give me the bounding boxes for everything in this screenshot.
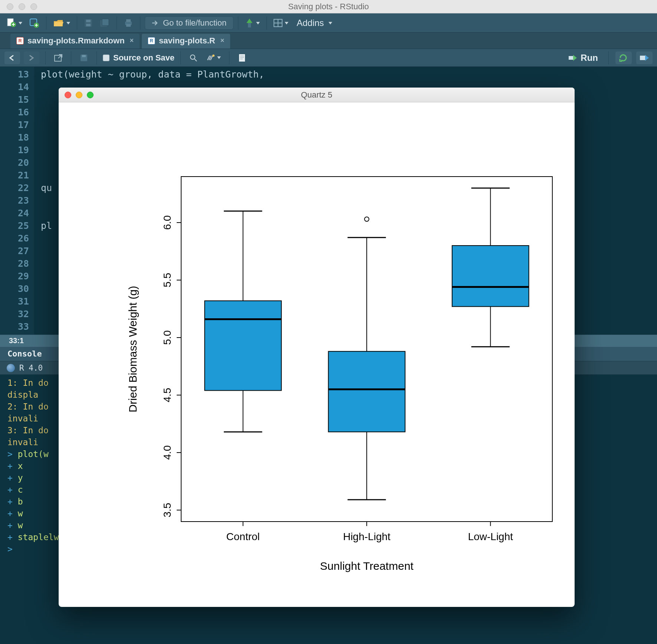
plot-area: 3.54.04.55.05.56.0Dried Biomass Weight (… bbox=[59, 102, 575, 607]
svg-rect-6 bbox=[86, 24, 91, 26]
svg-text:Sunlight Treatment: Sunlight Treatment bbox=[320, 560, 414, 572]
svg-rect-10 bbox=[126, 19, 131, 22]
source-on-save-toggle[interactable]: Source on Save bbox=[103, 53, 174, 63]
svg-text:5.0: 5.0 bbox=[161, 331, 173, 345]
svg-rect-27 bbox=[640, 56, 645, 60]
file-tab-label: saving-plots.R bbox=[159, 36, 215, 46]
svg-text:5.5: 5.5 bbox=[161, 273, 173, 288]
nav-forward-button[interactable] bbox=[24, 52, 39, 64]
boxplot-chart: 3.54.04.55.05.56.0Dried Biomass Weight (… bbox=[59, 102, 575, 607]
svg-text:Low-Light: Low-Light bbox=[468, 531, 513, 542]
chevron-down-icon bbox=[285, 22, 288, 24]
svg-rect-22 bbox=[239, 54, 245, 62]
file-type-icon: R bbox=[16, 37, 24, 45]
window-titlebar: Saving plots - RStudio bbox=[0, 0, 657, 13]
chevron-down-icon bbox=[19, 22, 22, 24]
svg-rect-18 bbox=[82, 55, 86, 57]
svg-text:Dried Biomass Weight (g): Dried Biomass Weight (g) bbox=[127, 286, 139, 412]
quartz-title: Quartz 5 bbox=[59, 90, 575, 100]
file-tab-label: saving-plots.Rmarkdown bbox=[27, 36, 125, 46]
file-tab-1[interactable]: R saving-plots.R × bbox=[142, 34, 230, 49]
svg-text:4.5: 4.5 bbox=[161, 388, 173, 402]
svg-text:6.0: 6.0 bbox=[161, 216, 173, 230]
chevron-down-icon bbox=[328, 22, 332, 24]
goto-arrow-icon bbox=[152, 20, 158, 26]
print-button[interactable] bbox=[121, 16, 135, 30]
svg-text:3.5: 3.5 bbox=[161, 503, 173, 518]
svg-rect-26 bbox=[569, 56, 573, 60]
svg-point-61 bbox=[365, 217, 369, 221]
close-tab-icon[interactable]: × bbox=[130, 37, 134, 45]
svg-rect-5 bbox=[86, 20, 91, 22]
svg-rect-12 bbox=[248, 23, 251, 27]
panes-button[interactable] bbox=[271, 16, 291, 30]
window-title: Saving plots - RStudio bbox=[0, 2, 657, 12]
run-button[interactable]: Run bbox=[565, 53, 602, 63]
r-version-label: R 4.0 bbox=[19, 362, 43, 374]
rerun-button[interactable] bbox=[615, 52, 632, 64]
source-on-save-label: Source on Save bbox=[113, 53, 174, 63]
addins-menu[interactable]: Addins bbox=[293, 18, 336, 28]
file-tab-0[interactable]: R saving-plots.Rmarkdown × bbox=[10, 34, 140, 49]
source-button[interactable] bbox=[636, 52, 653, 64]
run-arrow-icon bbox=[569, 54, 577, 62]
svg-text:4.0: 4.0 bbox=[161, 446, 173, 460]
close-tab-icon[interactable]: × bbox=[220, 37, 225, 45]
new-file-button[interactable] bbox=[4, 16, 24, 30]
compile-report-button[interactable] bbox=[235, 51, 249, 65]
minimize-window-button[interactable] bbox=[19, 3, 25, 10]
show-in-new-window-button[interactable] bbox=[52, 51, 65, 65]
quartz-titlebar: Quartz 5 bbox=[59, 88, 575, 102]
svg-rect-66 bbox=[452, 246, 529, 306]
run-label: Run bbox=[581, 53, 598, 63]
svg-text:High-Light: High-Light bbox=[343, 531, 390, 542]
svg-point-19 bbox=[190, 55, 195, 59]
svg-rect-53 bbox=[205, 301, 281, 391]
editor-toolbar: Source on Save Run bbox=[0, 49, 657, 67]
line-gutter: 1314151617181920212223242526272829303132… bbox=[0, 67, 34, 335]
zoom-window-button[interactable] bbox=[30, 3, 37, 10]
window-controls bbox=[7, 3, 37, 10]
file-tabs: R saving-plots.Rmarkdown ×R saving-plots… bbox=[0, 33, 657, 49]
code-tools-button[interactable] bbox=[204, 51, 223, 65]
svg-point-21 bbox=[212, 55, 215, 57]
addins-label: Addins bbox=[297, 18, 324, 28]
main-toolbar: Go to file/function Addins bbox=[0, 13, 657, 33]
save-button[interactable] bbox=[82, 16, 95, 30]
close-window-button[interactable] bbox=[7, 3, 13, 10]
find-button[interactable] bbox=[187, 51, 200, 65]
quartz-window[interactable]: Quartz 5 3.54.04.55.05.56.0Dried Biomass… bbox=[59, 88, 575, 607]
svg-line-20 bbox=[195, 59, 197, 61]
svg-rect-11 bbox=[126, 24, 131, 27]
file-type-icon: R bbox=[148, 37, 155, 45]
save-all-button[interactable] bbox=[97, 16, 112, 30]
svg-text:Control: Control bbox=[226, 531, 260, 542]
chevron-down-icon bbox=[256, 22, 260, 24]
open-file-button[interactable] bbox=[51, 16, 72, 30]
r-logo-icon bbox=[7, 364, 15, 372]
goto-placeholder: Go to file/function bbox=[163, 18, 226, 28]
svg-rect-8 bbox=[102, 19, 109, 26]
goto-file-function[interactable]: Go to file/function bbox=[145, 16, 233, 30]
checkbox-icon bbox=[103, 55, 110, 61]
chevron-down-icon bbox=[66, 22, 70, 24]
chevron-down-icon bbox=[217, 56, 221, 59]
save-file-button[interactable] bbox=[77, 51, 91, 65]
new-project-button[interactable] bbox=[27, 16, 42, 30]
svg-rect-59 bbox=[328, 351, 405, 432]
nav-back-button[interactable] bbox=[4, 52, 20, 64]
build-button[interactable] bbox=[243, 16, 262, 30]
